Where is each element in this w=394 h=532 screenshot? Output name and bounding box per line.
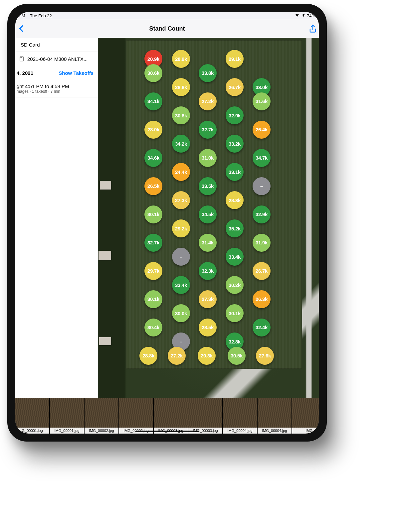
marker-label: 33.2k — [229, 141, 241, 147]
stand-count-marker[interactable]: 26.7k — [226, 78, 244, 96]
thumbnail-filename: IMG — [292, 428, 319, 434]
stand-count-marker[interactable]: 33.8k — [199, 64, 217, 82]
marker-label: 32.7k — [202, 127, 214, 132]
stand-count-marker[interactable]: 29.1k — [226, 50, 244, 68]
stand-count-marker[interactable]: 27.6k — [256, 347, 274, 365]
thumbnail-filename: IMG_00004.jpg — [223, 428, 257, 434]
stand-count-marker[interactable]: 34.5k — [199, 205, 217, 223]
stand-count-marker[interactable]: 27.3k — [199, 290, 217, 308]
stand-count-marker[interactable]: 28.3k — [226, 191, 244, 209]
stand-count-marker[interactable]: 31.9k — [253, 234, 271, 252]
stand-count-marker[interactable]: 30.4k — [144, 319, 162, 336]
stand-count-marker[interactable]: 29.3k — [198, 347, 216, 365]
stand-count-marker[interactable]: 28.9k — [172, 50, 190, 68]
share-icon[interactable] — [308, 24, 317, 33]
nav-bar: Stand Count — [15, 19, 319, 38]
stand-count-marker[interactable]: 30.5k — [228, 347, 246, 365]
wifi-icon — [295, 13, 299, 19]
stand-count-marker[interactable]: – — [172, 248, 190, 266]
stand-count-marker[interactable]: 35.2k — [226, 219, 244, 237]
marker-label: 34.5k — [202, 211, 214, 217]
status-bar: PM Tue Feb 22 74% — [15, 12, 319, 19]
thumbnail[interactable]: IMG_00002.jpg — [85, 398, 118, 434]
stand-count-marker[interactable]: 32.3k — [199, 262, 217, 280]
stand-count-marker[interactable]: 34.6k — [144, 149, 162, 167]
stand-count-marker[interactable]: 29.2k — [172, 219, 190, 237]
status-date: Tue Feb 22 — [30, 13, 52, 18]
stand-count-marker[interactable]: 31.6k — [253, 92, 271, 110]
thumbnail-strip[interactable]: G_00001.jpgIMG_00001.jpgIMG_00002.jpgIMG… — [15, 398, 319, 434]
thumbnail[interactable]: IMG_00004.jpg — [258, 398, 292, 434]
screen: PM Tue Feb 22 74% Stand Count — [15, 12, 319, 434]
stand-count-marker[interactable]: 32.9k — [253, 205, 271, 223]
house-shape — [98, 251, 111, 260]
stand-count-marker[interactable]: 26.7k — [253, 262, 271, 280]
stand-count-marker[interactable]: 28.8k — [139, 347, 157, 365]
stand-count-marker[interactable]: 33.4k — [172, 276, 190, 294]
stand-count-marker[interactable]: 34.1k — [144, 92, 162, 110]
thumbnail[interactable]: G_00001.jpg — [15, 398, 49, 434]
stand-count-marker[interactable]: 30.1k — [144, 290, 162, 308]
stand-count-marker[interactable]: 26.3k — [253, 290, 271, 308]
stand-count-marker[interactable]: 30.1k — [226, 304, 244, 322]
marker-label: 27.2k — [202, 98, 214, 104]
stand-count-marker[interactable]: 34.7k — [253, 149, 271, 167]
sidebar: SD Card 2021-06-04 M300 ANLTX... 4, 2021… — [15, 38, 98, 398]
status-right: 74% — [295, 13, 315, 19]
thumbnail-filename: IMG_00001.jpg — [50, 428, 84, 434]
marker-label: 31.0k — [202, 155, 214, 161]
marker-label: 34.6k — [147, 155, 159, 161]
stand-count-marker[interactable]: 30.6k — [144, 64, 162, 82]
stand-count-marker[interactable]: 26.5k — [144, 177, 162, 195]
stand-count-marker[interactable]: 30.0k — [172, 304, 190, 322]
stand-count-marker[interactable]: 33.2k — [226, 135, 244, 153]
stand-count-marker[interactable]: 33.5k — [199, 177, 217, 195]
sidebar-date: 4, 2021 — [17, 70, 33, 76]
stand-count-marker[interactable]: 28.0k — [144, 121, 162, 139]
stand-count-marker[interactable]: 26.4k — [253, 121, 271, 139]
stand-count-marker[interactable]: 33.4k — [226, 248, 244, 266]
stand-count-marker[interactable]: 31.0k — [199, 149, 217, 167]
back-icon[interactable] — [17, 24, 26, 33]
stand-count-marker[interactable]: – — [253, 177, 271, 195]
stand-count-marker[interactable]: 27.3k — [172, 191, 190, 209]
stand-count-marker[interactable]: 30.1k — [144, 205, 162, 223]
marker-label: 26.5k — [147, 183, 159, 189]
thumbnail[interactable]: IMG_00004.jpg — [223, 398, 257, 434]
thumbnail[interactable]: IMG — [292, 398, 319, 434]
marker-label: 26.7k — [256, 268, 268, 274]
stand-count-marker[interactable]: 32.9k — [226, 106, 244, 124]
body: SD Card 2021-06-04 M300 ANLTX... 4, 2021… — [15, 38, 319, 434]
stand-count-marker[interactable]: 31.4k — [199, 234, 217, 252]
home-indicator — [135, 431, 199, 432]
thumbnail[interactable]: IMG_00001.jpg — [50, 398, 84, 434]
stand-count-marker[interactable]: 32.4k — [253, 319, 271, 336]
stand-count-marker[interactable]: 32.7k — [144, 234, 162, 252]
thumbnail[interactable]: IMG_00002.jpg — [119, 398, 153, 434]
marker-label: 24.4k — [175, 169, 187, 175]
stand-count-marker[interactable]: 24.4k — [172, 163, 190, 181]
marker-label: 32.9k — [229, 113, 241, 118]
stand-count-marker[interactable]: 28.5k — [199, 319, 217, 336]
marker-label: 32.4k — [256, 325, 268, 330]
marker-label: 33.4k — [229, 254, 241, 260]
thumbnail-filename: G_00001.jpg — [15, 428, 49, 434]
stand-count-marker[interactable]: 27.2k — [199, 92, 217, 110]
stand-count-marker[interactable]: 28.8k — [172, 78, 190, 96]
sidebar-sd-card[interactable]: SD Card — [15, 38, 98, 52]
stand-count-marker[interactable]: 32.7k — [199, 121, 217, 139]
marker-label: 30.6k — [147, 70, 159, 76]
thumbnail[interactable]: IMG_00003.jpg — [154, 398, 188, 434]
sidebar-source-row[interactable]: 2021-06-04 M300 ANLTX... — [15, 52, 98, 66]
stand-count-marker[interactable]: 29.7k — [144, 262, 162, 280]
map-view[interactable]: 20.9k28.9k29.1k30.6k33.8k28.8k26.7k33.0k… — [98, 38, 319, 398]
show-takeoffs-link[interactable]: Show Takeoffs — [59, 70, 94, 76]
marker-label: 33.8k — [202, 70, 214, 76]
stand-count-marker[interactable]: 30.2k — [226, 276, 244, 294]
thumbnail[interactable]: IMG_00003.jpg — [188, 398, 222, 434]
stand-count-marker[interactable]: 30.8k — [172, 106, 190, 124]
stand-count-marker[interactable]: 33.1k — [226, 163, 244, 181]
stand-count-marker[interactable]: 27.2k — [168, 347, 186, 365]
stand-count-marker[interactable]: 34.2k — [172, 135, 190, 153]
sidebar-flight-row[interactable]: ght 4:51 PM to 4:58 PM mages · 1 takeoff… — [15, 80, 98, 97]
